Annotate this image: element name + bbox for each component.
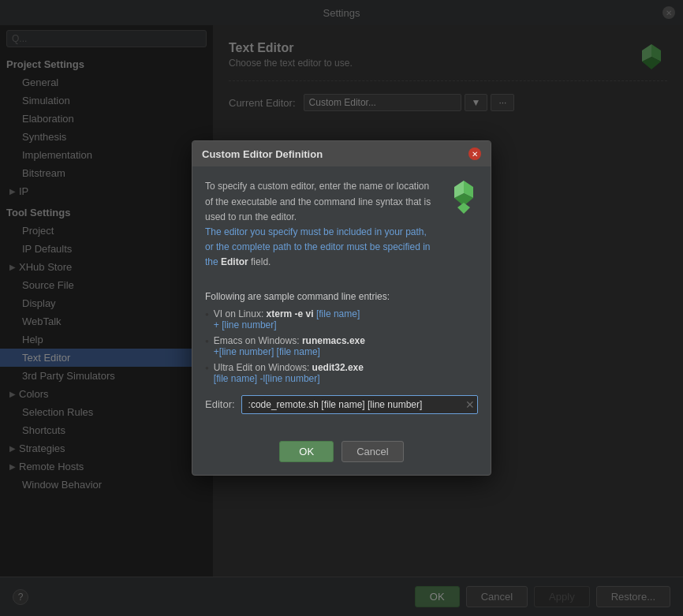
modal-titlebar: Custom Editor Definition ✕: [192, 141, 491, 166]
editor-field-label: Editor:: [205, 398, 235, 410]
modal-body: To specify a custom editor, enter the na…: [192, 166, 491, 437]
editor-input-clear-icon[interactable]: ✕: [465, 398, 475, 411]
svg-marker-6: [457, 203, 470, 214]
editor-input[interactable]: [241, 395, 478, 414]
custom-editor-modal: Custom Editor Definition ✕ To specify a …: [192, 140, 491, 475]
sample-item-uedit: Ultra Edit on Windows: uedit32.exe [file…: [205, 362, 478, 384]
modal-title: Custom Editor Definition: [202, 148, 323, 160]
modal-cancel-button[interactable]: Cancel: [342, 441, 403, 462]
modal-overlay: Custom Editor Definition ✕ To specify a …: [0, 0, 683, 616]
modal-close-button[interactable]: ✕: [468, 147, 481, 160]
editor-input-wrapper: ✕: [241, 395, 478, 414]
modal-footer: OK Cancel: [192, 438, 491, 475]
sample-item-emacs: Emacs on Windows: runemacs.exe +[line nu…: [205, 335, 478, 357]
modal-samples-title: Following are sample command line entrie…: [205, 291, 478, 302]
sample-item-vi: VI on Linux: xterm -e vi [file name] + […: [205, 308, 478, 330]
sample-list: VI on Linux: xterm -e vi [file name] + […: [205, 308, 478, 384]
editor-field-row: Editor: ✕: [205, 395, 478, 414]
modal-ok-button[interactable]: OK: [279, 441, 334, 462]
modal-description-text: To specify a custom editor, enter the na…: [205, 179, 437, 270]
modal-vivado-logo: [450, 179, 478, 281]
modal-description: To specify a custom editor, enter the na…: [205, 179, 437, 281]
